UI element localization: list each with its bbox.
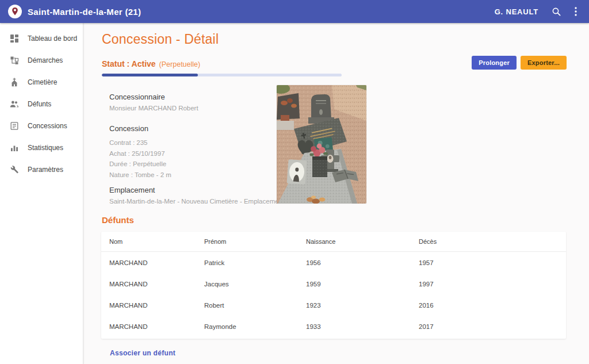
concessionnaire-heading: Concessionnaire (109, 93, 282, 101)
grave-photo (277, 85, 366, 204)
cell-deces: 2017 (419, 323, 566, 330)
table-row[interactable]: MARCHAND Patrick 1956 1957 (101, 252, 566, 273)
status-line: Statut : Active(Perpetuelle) (102, 59, 200, 69)
table-row[interactable]: MARCHAND Jacques 1959 1997 (101, 273, 566, 294)
concession-details: Concessionnaire Monsieur MARCHAND Robert… (109, 93, 282, 205)
dashboard-icon (10, 34, 19, 43)
duree-value: Durée : Perpétuelle (109, 160, 282, 167)
table-row[interactable]: MARCHAND Raymonde 1933 2017 (101, 316, 566, 337)
sidebar-item-label: Tableau de bord (28, 35, 77, 43)
cell-naissance: 1959 (306, 281, 419, 288)
col-header-deces: Décès (419, 238, 566, 245)
concessionnaire-value: Monsieur MARCHAND Robert (109, 105, 282, 112)
contrat-value: Contrat : 235 (109, 139, 282, 146)
exporter-button[interactable]: Exporter... (521, 56, 567, 70)
commune-title: Saint-Martin-de-la-Mer (21) (28, 7, 141, 17)
sidebar-item-cimetiere[interactable]: Cimetière (0, 71, 83, 93)
cell-deces: 1997 (419, 281, 566, 288)
sidebar-item-label: Cimetière (28, 78, 57, 86)
church-icon (10, 78, 19, 87)
top-navbar: Saint-Martin-de-la-Mer (21) G. NEAULT (0, 0, 589, 23)
cell-prenom: Raymonde (204, 323, 306, 330)
wrench-icon (10, 165, 19, 174)
status-label: Statut : Active (102, 59, 156, 68)
sidebar-item-defunts[interactable]: Défunts (0, 93, 83, 115)
page-title: Concession - Détail (102, 32, 219, 47)
sidebar-item-label: Statistiques (28, 144, 63, 152)
more-vert-icon (575, 7, 577, 16)
cell-nom: MARCHAND (109, 259, 204, 266)
overflow-menu-button[interactable] (566, 2, 586, 21)
table-row[interactable]: MARCHAND Robert 1923 2016 (101, 294, 566, 316)
sidebar-item-label: Paramètres (28, 166, 63, 174)
search-icon (552, 7, 561, 17)
defunts-section-title: Défunts (102, 215, 134, 225)
cell-nom: MARCHAND (109, 323, 204, 330)
cell-prenom: Patrick (204, 259, 306, 266)
sidebar-item-label: Défunts (28, 100, 51, 108)
emplacement-value: Saint-Martin-de-la-Mer - Nouveau Cimetiè… (109, 198, 282, 205)
sidebar-item-statistiques[interactable]: Statistiques (0, 137, 83, 159)
prolonger-button[interactable]: Prolonger (472, 56, 517, 70)
associer-defunt-link[interactable]: Associer un défunt (110, 349, 175, 357)
concession-heading: Concession (109, 124, 282, 133)
cell-prenom: Robert (204, 302, 306, 309)
sidebar-item-label: Démarches (28, 56, 63, 64)
status-note: (Perpetuelle) (159, 60, 201, 68)
sidebar-nav: Tableau de bord Démarches Cimetière Défu… (0, 23, 83, 364)
defunts-table: Nom Prénom Naissance Décès MARCHAND Patr… (101, 232, 566, 339)
main-content: Concession - Détail Statut : Active(Perp… (83, 23, 589, 364)
people-icon (10, 99, 19, 109)
progress-fill (102, 74, 198, 76)
sidebar-item-parametres[interactable]: Paramètres (0, 159, 83, 181)
user-name[interactable]: G. NEAULT (495, 7, 538, 16)
nature-value: Nature : Tombe - 2 m (109, 171, 282, 178)
cell-prenom: Jacques (204, 281, 306, 288)
table-header-row: Nom Prénom Naissance Décès (101, 232, 566, 252)
col-header-prenom: Prénom (204, 238, 306, 245)
bar-chart-icon (10, 143, 19, 152)
map-pin-logo-icon (10, 7, 20, 16)
sidebar-item-label: Concessions (28, 122, 67, 130)
col-header-naissance: Naissance (306, 238, 419, 245)
document-icon (10, 121, 19, 131)
cell-naissance: 1933 (306, 323, 419, 330)
cell-deces: 2016 (419, 302, 566, 309)
search-button[interactable] (546, 2, 566, 21)
cell-deces: 1957 (419, 259, 566, 266)
col-header-nom: Nom (109, 238, 204, 245)
concession-duration-progressbar (102, 74, 342, 76)
app-logo (8, 5, 22, 18)
sidebar-item-concessions[interactable]: Concessions (0, 115, 83, 137)
emplacement-heading: Emplacement (109, 186, 282, 194)
sidebar-item-demarches[interactable]: Démarches (0, 49, 83, 71)
sidebar-item-tableau-de-bord[interactable]: Tableau de bord (0, 28, 83, 49)
achat-value: Achat : 25/10/1997 (109, 150, 282, 157)
cell-naissance: 1956 (306, 259, 419, 266)
cell-naissance: 1923 (306, 302, 419, 309)
cell-nom: MARCHAND (109, 302, 204, 309)
workflow-icon (10, 56, 19, 65)
grave-photo-image (277, 85, 366, 204)
cell-nom: MARCHAND (109, 281, 204, 288)
